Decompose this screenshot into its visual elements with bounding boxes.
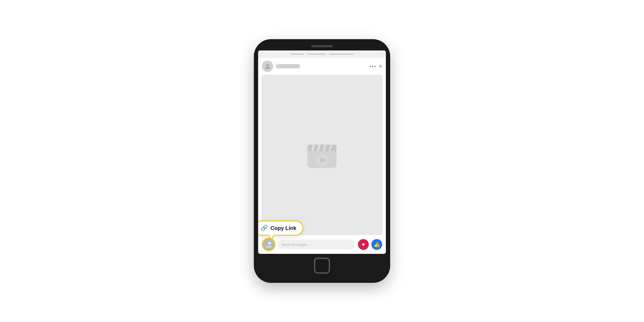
like-reaction-button[interactable]: 👍 <box>371 239 382 250</box>
link-icon: 🔗 <box>261 225 268 232</box>
message-placeholder-text: Send messages... <box>282 243 310 247</box>
status-bar <box>258 50 386 58</box>
dot-3 <box>374 66 376 67</box>
phone-screen: × <box>258 50 386 254</box>
status-line-2 <box>307 54 326 55</box>
avatar-icon <box>264 63 271 70</box>
video-placeholder-icon <box>305 137 339 172</box>
copy-link-label: Copy Link <box>270 225 297 231</box>
heart-reaction-button[interactable]: ♥ <box>358 239 369 250</box>
more-options-dots[interactable] <box>369 66 376 67</box>
phone-shell: × <box>255 40 389 282</box>
header-actions: × <box>369 64 382 69</box>
svg-point-0 <box>266 64 269 66</box>
post-header: × <box>258 58 386 75</box>
action-bar: 🔗 Copy Link Send me <box>258 235 386 254</box>
home-indicator <box>314 258 330 274</box>
phone-speaker <box>311 45 333 47</box>
close-button[interactable]: × <box>379 64 382 69</box>
dot-2 <box>372 66 373 67</box>
post-video-content[interactable] <box>261 75 383 235</box>
avatar <box>262 61 273 72</box>
status-line-1 <box>291 54 304 55</box>
status-line-3 <box>329 54 353 55</box>
thumbs-up-icon: 👍 <box>374 241 380 248</box>
heart-icon: ♥ <box>362 241 365 248</box>
scene: × <box>0 0 644 322</box>
message-input[interactable]: Send messages... <box>278 240 355 249</box>
share-arrow-icon <box>265 241 272 248</box>
share-button-wrapper: 🔗 Copy Link <box>262 238 275 251</box>
copy-link-tooltip[interactable]: 🔗 Copy Link <box>258 221 303 236</box>
username-placeholder <box>276 64 300 68</box>
dot-1 <box>369 66 371 67</box>
